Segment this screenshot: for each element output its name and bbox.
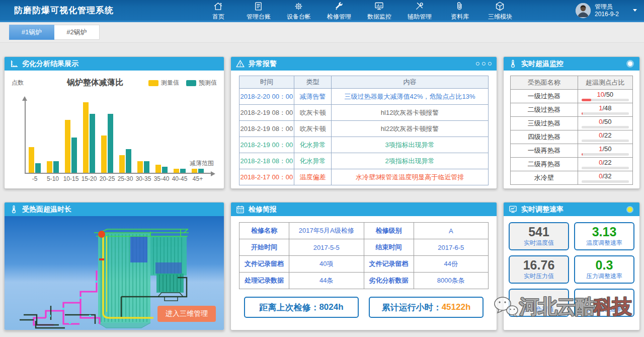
alarm-cell: 2018-2-20 00：00 bbox=[239, 89, 294, 105]
panel-title: 实时调整速率 bbox=[521, 205, 564, 214]
surface-name: 四级过热器 bbox=[511, 130, 578, 144]
nav-item-0[interactable]: 首页 bbox=[198, 0, 238, 21]
alarm-cell: 2项指标出现异常 bbox=[332, 153, 489, 169]
boiler-3d-view[interactable]: 进入三维管理 bbox=[5, 216, 224, 330]
alarm-row[interactable]: 2018-2-18 08：00化水异常2项指标出现异常 bbox=[239, 153, 489, 169]
alarm-cell: 吹灰卡顿 bbox=[294, 105, 331, 121]
overtemp-ratio: 0/22 bbox=[578, 130, 632, 144]
user-info[interactable]: 管理员 2016-9-2 bbox=[576, 3, 619, 18]
bar bbox=[108, 114, 113, 173]
nav-item-2[interactable]: 设备台帐 bbox=[279, 0, 319, 21]
maintenance-value: 8000条条 bbox=[414, 273, 489, 289]
bar bbox=[53, 161, 59, 173]
overtemp-row: 三级过热器0/50 bbox=[511, 117, 633, 130]
overtemp-row: 二级再热器0/22 bbox=[511, 158, 633, 171]
rate-card: 3.13温度调整速率 bbox=[574, 222, 634, 250]
bar bbox=[83, 102, 89, 173]
alarm-cell: 温度偏差 bbox=[294, 169, 331, 185]
panel-rates-header: 实时调整速率 bbox=[504, 203, 639, 216]
chart-x-axis-title: 减薄范围 bbox=[190, 159, 214, 168]
nav-item-1[interactable]: 管理台账 bbox=[238, 0, 279, 21]
alarm-table: 时间类型内容 2018-2-20 00：00减薄告警三级过热器最大减薄值42%，… bbox=[239, 76, 489, 185]
nav-item-7[interactable]: 三维模块 bbox=[480, 0, 520, 21]
panel-realtime-overtemp: 实时超温监控 受热面名称超温测点占比 一级过热器10/50二级过热器1/48三级… bbox=[503, 56, 640, 189]
maintenance-value: 2017-5-5 bbox=[289, 239, 364, 256]
status-dot-icon[interactable] bbox=[627, 207, 632, 212]
nav-item-label: 三维模块 bbox=[488, 13, 512, 21]
chevron-down-icon[interactable] bbox=[633, 9, 637, 12]
panel-degradation-header: 劣化分析结果展示 bbox=[5, 57, 224, 71]
alarm-cell: 化水异常 bbox=[294, 137, 331, 153]
alarm-row[interactable]: 2018-2-19 00：00化水异常3项指标出现异常 bbox=[239, 137, 489, 153]
hours-since-last-maintenance[interactable]: 距离上次检修：8024h bbox=[244, 297, 359, 318]
overtemp-row: 一级过热器10/50 bbox=[511, 90, 633, 103]
calendar-icon bbox=[236, 205, 245, 214]
maintenance-label: 文件记录留档 bbox=[239, 256, 289, 273]
maintenance-stats: 距离上次检修：8024h 累计运行小时：45122h bbox=[239, 297, 489, 318]
avatar bbox=[576, 3, 591, 18]
rate-cards: 541实时温度值3.13温度调整速率16.76实时压力值0.3压力调整速率实时负… bbox=[504, 216, 639, 323]
thermometer-icon bbox=[509, 59, 517, 68]
chart-plot-area: 减薄范围 -55-1010-1515-2020-2525-3030-3535-4… bbox=[25, 99, 212, 174]
nav-item-6[interactable]: 资料库 bbox=[440, 0, 480, 21]
nav-item-3[interactable]: 检修管理 bbox=[319, 0, 359, 21]
maintenance-value: A bbox=[414, 223, 489, 239]
tab-boiler-2[interactable]: #2锅炉 bbox=[54, 25, 100, 40]
bar bbox=[137, 161, 143, 173]
overtemp-ratio: 10/50 bbox=[578, 90, 632, 103]
overtemp-ratio: 0/22 bbox=[578, 158, 632, 171]
warning-icon bbox=[236, 59, 245, 68]
x-tick-label: 15-20 bbox=[82, 175, 97, 182]
bar-group: 20-25 bbox=[101, 114, 113, 173]
paperclip-icon bbox=[454, 1, 465, 12]
enter-3d-management-button[interactable]: 进入三维管理 bbox=[157, 306, 216, 322]
bar-group: 45+ bbox=[192, 169, 204, 173]
rate-card-value: 16.76 bbox=[523, 258, 555, 272]
panel-realtime-rates: 实时调整速率 541实时温度值3.13温度调整速率16.76实时压力值0.3压力… bbox=[503, 202, 640, 330]
bar bbox=[90, 114, 95, 173]
panel-title: 受热面超温时长 bbox=[22, 205, 71, 214]
stat-value: 45122h bbox=[442, 302, 471, 312]
bar bbox=[162, 167, 168, 173]
overtemp-table: 受热面名称超温测点占比 一级过热器10/50二级过热器1/48三级过热器0/50… bbox=[510, 76, 633, 185]
dot-icon[interactable] bbox=[488, 62, 492, 65]
alarm-column-header: 时间 bbox=[239, 76, 294, 89]
user-name: 管理员 bbox=[595, 3, 619, 11]
bar-group: 15-20 bbox=[83, 102, 95, 173]
rate-card: 0.3压力调整速率 bbox=[574, 255, 634, 284]
record-dot-icon[interactable] bbox=[628, 61, 632, 66]
rate-card: 负荷调整速率 bbox=[574, 289, 634, 317]
overtemp-progress-track bbox=[582, 112, 629, 115]
nav-item-4[interactable]: 数据监控 bbox=[359, 0, 399, 21]
maintenance-label: 开始时间 bbox=[239, 239, 289, 256]
overtemp-progress-track bbox=[582, 153, 629, 156]
top-navigation-bar: 防磨防爆可视化管理系统 首页管理台账设备台帐检修管理数据监控辅助管理资料库三维模… bbox=[0, 0, 644, 22]
panel-title: 劣化分析结果展示 bbox=[22, 59, 78, 69]
maintenance-label: 检修名称 bbox=[239, 223, 289, 239]
alarm-row[interactable]: 2018-2-20 00：00减薄告警三级过热器最大减薄值42%，危险点占比13… bbox=[239, 89, 489, 105]
bar-group: -5 bbox=[29, 147, 41, 173]
total-running-hours[interactable]: 累计运行小时：45122h bbox=[369, 297, 484, 318]
maintenance-value: 44份 bbox=[414, 256, 489, 273]
dot-icon[interactable] bbox=[482, 62, 486, 65]
dot-icon[interactable] bbox=[476, 62, 479, 65]
overtemp-row: 水冷壁0/32 bbox=[511, 171, 633, 185]
nav-item-label: 设备台帐 bbox=[287, 13, 311, 21]
nav-item-label: 管理台账 bbox=[247, 13, 271, 21]
rate-card-value: 0.3 bbox=[596, 258, 613, 272]
tab-boiler-1[interactable]: #1锅炉 bbox=[9, 25, 54, 40]
alarm-row[interactable]: 2018-2-19 08：00吹灰卡顿hl22吹灰器卡顿报警 bbox=[239, 121, 489, 137]
monitor-line-icon bbox=[509, 205, 517, 214]
panel-3d-header: 受热面超温时长 bbox=[5, 203, 224, 216]
overtemp-table-header: 受热面名称超温测点占比 bbox=[511, 76, 633, 90]
ruler-icon bbox=[10, 59, 18, 68]
overtemp-progress-track bbox=[582, 140, 629, 142]
alarm-row[interactable]: 2018-2-19 08：00吹灰卡顿hl12吹灰器卡顿报警 bbox=[239, 105, 489, 121]
alarm-cell: 3项指标出现异常 bbox=[332, 137, 489, 153]
maintenance-table: 检修名称2017年5月A级检修检修级别A开始时间2017-5-5结束时间2017… bbox=[239, 222, 489, 289]
nav-item-5[interactable]: 辅助管理 bbox=[399, 0, 440, 21]
rate-card-value: 541 bbox=[528, 225, 549, 238]
alarm-pagination-dots[interactable] bbox=[476, 62, 492, 65]
alarm-row[interactable]: 2018-2-17 00：00温度偏差水冷壁3根管道温度明显高于临近管排 bbox=[239, 169, 489, 185]
overtemp-row: 二级过热器1/48 bbox=[511, 103, 633, 117]
